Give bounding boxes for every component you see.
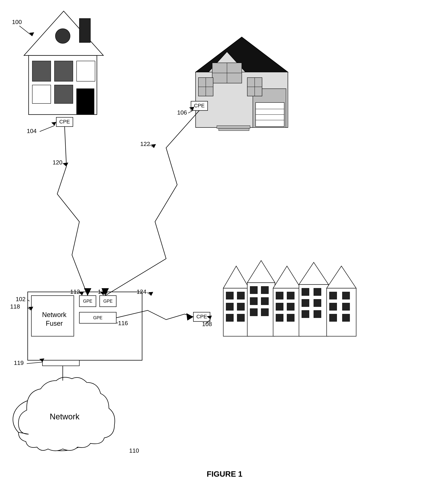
svg-rect-72	[342, 314, 350, 321]
svg-rect-8	[54, 85, 73, 103]
svg-text:GPE: GPE	[83, 299, 93, 304]
svg-text:119: 119	[14, 360, 24, 366]
svg-rect-26	[247, 78, 262, 96]
svg-marker-119	[100, 292, 105, 295]
svg-rect-60	[314, 288, 321, 296]
svg-rect-42	[247, 283, 275, 336]
svg-rect-43	[250, 286, 258, 294]
svg-text:110: 110	[129, 447, 139, 454]
svg-text:120: 120	[53, 159, 62, 166]
svg-rect-35	[226, 292, 233, 299]
svg-rect-58	[299, 285, 328, 336]
svg-marker-130	[151, 144, 156, 148]
svg-text:GPE: GPE	[93, 315, 103, 320]
svg-text:116: 116	[118, 320, 128, 327]
svg-marker-94	[101, 288, 109, 296]
svg-rect-14	[253, 89, 286, 128]
svg-rect-59	[302, 288, 309, 296]
svg-text:104: 104	[27, 128, 37, 134]
svg-marker-33	[223, 266, 249, 288]
svg-marker-124	[39, 358, 44, 362]
svg-marker-113	[28, 307, 33, 310]
svg-rect-15	[256, 102, 284, 127]
svg-rect-47	[250, 308, 258, 316]
network-fuser-box: NetworkFuser	[34, 301, 75, 337]
svg-rect-36	[237, 292, 245, 299]
svg-rect-10	[56, 117, 73, 127]
svg-rect-7	[32, 85, 51, 103]
svg-rect-81	[79, 312, 116, 323]
svg-text:108: 108	[202, 321, 212, 327]
svg-marker-95	[186, 313, 193, 320]
svg-text:112: 112	[70, 288, 80, 295]
svg-line-115	[79, 292, 82, 295]
svg-rect-83	[42, 360, 79, 366]
svg-rect-64	[314, 310, 321, 318]
diagram-svg: CPE CPE	[0, 0, 425, 504]
svg-rect-31	[191, 101, 208, 110]
svg-point-86	[61, 399, 109, 440]
svg-marker-93	[84, 288, 91, 296]
svg-text:114: 114	[98, 288, 108, 295]
svg-text:118: 118	[10, 303, 20, 310]
svg-rect-46	[261, 297, 268, 305]
svg-rect-52	[287, 292, 294, 299]
svg-rect-40	[237, 314, 245, 321]
svg-rect-54	[287, 303, 294, 310]
svg-line-100	[40, 126, 54, 131]
svg-rect-66	[327, 288, 356, 336]
svg-text:106: 106	[177, 109, 187, 116]
svg-rect-56	[287, 314, 294, 321]
svg-marker-57	[299, 262, 328, 285]
svg-rect-34	[223, 288, 249, 336]
svg-rect-2	[79, 19, 90, 42]
svg-rect-39	[226, 314, 233, 321]
svg-rect-63	[302, 310, 309, 318]
svg-rect-77	[79, 296, 96, 307]
svg-rect-45	[250, 297, 258, 305]
svg-line-97	[19, 26, 32, 36]
svg-text:GPE: GPE	[103, 299, 113, 304]
svg-text:122: 122	[140, 141, 150, 147]
svg-rect-61	[302, 299, 309, 307]
svg-marker-116	[79, 292, 84, 295]
svg-rect-6	[77, 61, 95, 81]
svg-text:CPE: CPE	[59, 119, 70, 124]
svg-rect-0	[29, 55, 97, 115]
svg-rect-23	[198, 78, 213, 96]
svg-point-85	[13, 399, 61, 440]
svg-point-90	[61, 405, 101, 438]
svg-rect-5	[54, 61, 73, 81]
svg-line-112	[27, 308, 31, 310]
svg-rect-70	[342, 303, 350, 310]
svg-rect-69	[329, 303, 337, 310]
svg-marker-133	[148, 292, 153, 296]
svg-line-123	[27, 362, 42, 364]
svg-marker-101	[51, 122, 56, 126]
svg-rect-51	[276, 292, 283, 299]
svg-point-87	[30, 410, 92, 451]
svg-point-84	[28, 386, 94, 438]
svg-rect-53	[276, 303, 283, 310]
svg-text:Network: Network	[50, 412, 80, 421]
svg-rect-55	[276, 314, 283, 321]
svg-point-89	[20, 405, 61, 438]
svg-rect-73	[193, 312, 210, 321]
svg-rect-71	[329, 314, 337, 321]
svg-text:124: 124	[137, 288, 146, 295]
svg-text:100: 100	[12, 19, 22, 25]
svg-rect-68	[342, 292, 350, 299]
svg-marker-49	[273, 266, 301, 288]
svg-marker-41	[247, 260, 275, 283]
svg-marker-1	[24, 11, 103, 55]
svg-marker-98	[29, 32, 34, 36]
diagram-container: CPE CPE	[0, 0, 425, 504]
svg-rect-37	[226, 303, 233, 310]
svg-rect-79	[100, 296, 116, 307]
svg-rect-30	[219, 128, 249, 131]
svg-marker-107	[207, 316, 212, 319]
svg-line-126	[63, 163, 66, 166]
svg-text:CPE: CPE	[196, 314, 207, 320]
svg-rect-50	[273, 288, 301, 336]
svg-marker-19	[209, 52, 246, 72]
